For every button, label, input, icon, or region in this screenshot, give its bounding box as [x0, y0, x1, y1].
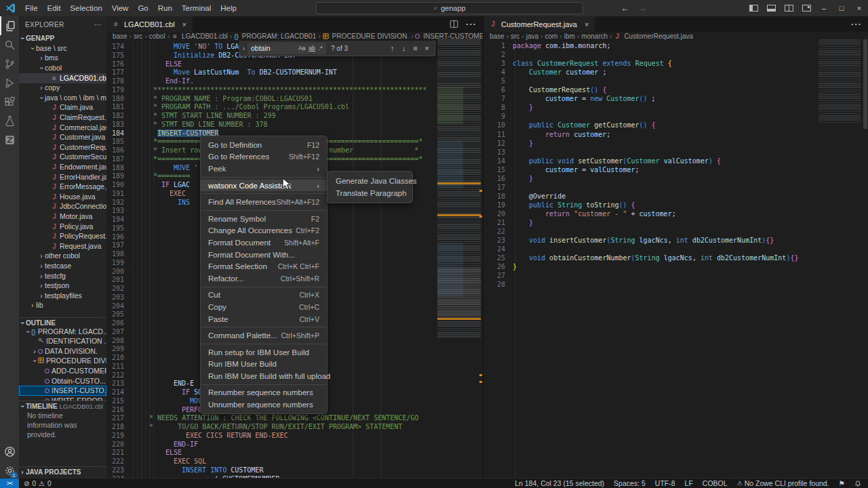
- context-menu-item[interactable]: PasteCtrl+V: [201, 313, 327, 325]
- code-line[interactable]: 178End-If.: [106, 77, 483, 86]
- breadcrumb-item[interactable]: java: [526, 33, 538, 40]
- find-toggle-replace-icon[interactable]: ›: [240, 45, 248, 52]
- settings-gear-icon[interactable]: 1: [0, 461, 19, 480]
- context-menu-item[interactable]: Unnumber sequence numbers: [201, 399, 327, 411]
- outline-item[interactable]: ADD-CUSTOMER.: [19, 366, 106, 376]
- code-line[interactable]: 13: [484, 148, 868, 157]
- breadcrumb-item[interactable]: base: [490, 33, 505, 40]
- code-line[interactable]: 19public String toString() {: [484, 201, 868, 210]
- code-line[interactable]: 16}: [484, 175, 868, 184]
- minimize-button[interactable]: –: [815, 0, 833, 16]
- code-line[interactable]: 9: [484, 113, 868, 121]
- tree-item[interactable]: JPolicyRequest.java: [19, 231, 106, 241]
- code-line[interactable]: 183* STMT END LINE NUMBER : 378: [106, 121, 483, 129]
- status-item[interactable]: LF: [685, 479, 693, 487]
- customize-layout-icon[interactable]: [797, 0, 815, 16]
- context-menu-item[interactable]: Format DocumentShift+Alt+F: [201, 237, 327, 249]
- code-line[interactable]: 7customer = new Customer() ;: [484, 95, 868, 104]
- find-next-icon[interactable]: ↓: [398, 44, 410, 52]
- context-menu-item[interactable]: Change All OccurrencesCtrl+F2: [201, 225, 327, 237]
- source-control-icon[interactable]: [0, 54, 19, 73]
- breadcrumb-item[interactable]: monarch: [581, 33, 608, 40]
- code-line[interactable]: 182* STMT START LINE NUMBER : 299: [106, 112, 483, 121]
- menu-selection[interactable]: Selection: [65, 0, 106, 16]
- problems-indicator[interactable]: ⊘ 0 ⚠ 0: [19, 480, 51, 487]
- tree-item[interactable]: ›lib: [19, 300, 106, 310]
- tree-item[interactable]: JMotor.java: [19, 211, 106, 222]
- outline-item[interactable]: ›DATA DIVISION.: [19, 346, 106, 357]
- breadcrumb-item[interactable]: base: [113, 33, 127, 40]
- context-menu-item[interactable]: Format Document With...: [201, 249, 327, 261]
- context-menu-item[interactable]: Run setup for IBM User Build: [201, 346, 327, 359]
- code-line[interactable]: 26}: [484, 263, 868, 272]
- outline-item[interactable]: Obtain-CUSTO...: [19, 376, 106, 386]
- code-line[interactable]: 2: [484, 51, 868, 60]
- context-menu-item[interactable]: watsonx Code Assistant›: [201, 180, 327, 192]
- code-line[interactable]: 17: [484, 184, 868, 192]
- tree-item[interactable]: ›cobol: [19, 63, 106, 73]
- tab-customerrequest[interactable]: J CustomerRequest.java ×: [484, 16, 595, 32]
- code-line[interactable]: 4Customer customer ;: [484, 68, 868, 77]
- breadcrumb-item[interactable]: ≡LGACDB01.cbl: [172, 33, 228, 40]
- run-debug-icon[interactable]: [0, 73, 19, 92]
- explorer-icon[interactable]: [0, 16, 19, 35]
- code-line[interactable]: 180* PROGRAM NAME : Program:COBOL:LGACUS…: [106, 95, 483, 104]
- tree-item[interactable]: ≡LGACDB01.cbl: [19, 73, 106, 83]
- context-menu-item[interactable]: CutCtrl+X: [201, 289, 327, 302]
- workspace-section[interactable]: ›GENAPP: [19, 33, 106, 43]
- context-menu-item[interactable]: Go to ReferencesShift+F12: [201, 151, 327, 163]
- testing-icon[interactable]: [0, 111, 19, 130]
- code-line[interactable]: 218* TO/GO BACK/RETURN/STOP RUN/EXIT/EXI…: [106, 423, 483, 432]
- tree-item[interactable]: JCustomer.java: [19, 132, 106, 142]
- code-line[interactable]: 5: [484, 77, 868, 86]
- context-menu-item[interactable]: Rename SymbolF2: [201, 213, 327, 225]
- outline-item[interactable]: IDENTIFICATION ...: [19, 336, 106, 346]
- find-previous-icon[interactable]: ↑: [387, 44, 398, 52]
- code-line[interactable]: 221ELSE: [106, 449, 483, 458]
- code-line[interactable]: 217* NEEDS ATTENTION : CHECK THE FOLLOWI…: [106, 414, 483, 423]
- outline-item[interactable]: ›{}PROGRAM: LGACD...: [19, 327, 106, 337]
- code-line[interactable]: 11return customer;: [484, 131, 868, 140]
- scrollbar[interactable]: [863, 39, 867, 129]
- toggle-sidebar-icon[interactable]: [745, 0, 762, 16]
- breadcrumb-item[interactable]: cobol: [149, 33, 165, 40]
- code-line[interactable]: 6CustomerRequest() {: [484, 86, 868, 95]
- code-line[interactable]: 223INSERT INTO CUSTOMER: [106, 466, 483, 475]
- context-menu-item[interactable]: Find All ReferencesShift+Alt+F12: [201, 196, 327, 208]
- timeline-section[interactable]: ›TIMELINE LGACDB01.cbl: [19, 401, 106, 411]
- context-menu-item[interactable]: Go to DefinitionF12: [201, 139, 327, 151]
- toggle-secondary-sidebar-icon[interactable]: [780, 0, 797, 16]
- code-line[interactable]: 179*************************************…: [106, 86, 483, 95]
- menu-go[interactable]: Go: [133, 0, 153, 16]
- status-item[interactable]: Ln 184, Col 23 (15 selected): [515, 479, 604, 487]
- tree-item[interactable]: ›java \ com \ ibm \ mo...: [19, 93, 106, 103]
- account-icon[interactable]: [0, 442, 19, 461]
- code-line[interactable]: 1package com.ibm.monarch;: [484, 42, 868, 51]
- context-menu-item[interactable]: Renumber sequence numbers: [201, 387, 327, 399]
- breadcrumb-item[interactable]: ibm: [564, 33, 575, 40]
- context-menu-item[interactable]: Command Palette...Ctrl+Shift+P: [201, 329, 327, 342]
- breadcrumb-item[interactable]: JCustomerRequest.java: [614, 33, 693, 40]
- breadcrumb-item[interactable]: {}PROGRAM: LGACDB01: [234, 33, 316, 40]
- code-line[interactable]: 24: [484, 245, 868, 254]
- editor-more-icon[interactable]: ⋯: [465, 18, 476, 30]
- code-line[interactable]: 25void obtainCustomerNumber(String lgacN…: [484, 254, 868, 263]
- code-line[interactable]: 3class CustomerRequest extends Request {: [484, 60, 868, 68]
- menu-terminal[interactable]: Terminal: [177, 0, 216, 16]
- code-line[interactable]: 8}: [484, 104, 868, 113]
- tree-item[interactable]: ›testcfg: [19, 271, 106, 281]
- tree-item[interactable]: ›other cobol: [19, 251, 106, 261]
- code-line[interactable]: 181* PROGRAM PATH : .../Cobol Programs/L…: [106, 103, 483, 112]
- zowe-icon[interactable]: [0, 130, 19, 149]
- menu-run[interactable]: Run: [153, 0, 177, 16]
- context-menu-item[interactable]: Format SelectionCtrl+K Ctrl+F: [201, 260, 327, 272]
- outline-item[interactable]: ›PROCEDURE DIVI...: [19, 356, 106, 366]
- outline-item[interactable]: INSERT-CUSTO...: [19, 386, 106, 396]
- tree-item[interactable]: ›testjson: [19, 281, 106, 291]
- search-panel-icon[interactable]: [0, 35, 19, 54]
- menu-view[interactable]: View: [107, 0, 134, 16]
- close-button[interactable]: ×: [850, 0, 868, 16]
- breadcrumb-item[interactable]: com: [545, 33, 557, 40]
- code-line[interactable]: 18@Override: [484, 192, 868, 201]
- java-code-area[interactable]: 1package com.ibm.monarch;23class Custome…: [484, 41, 868, 478]
